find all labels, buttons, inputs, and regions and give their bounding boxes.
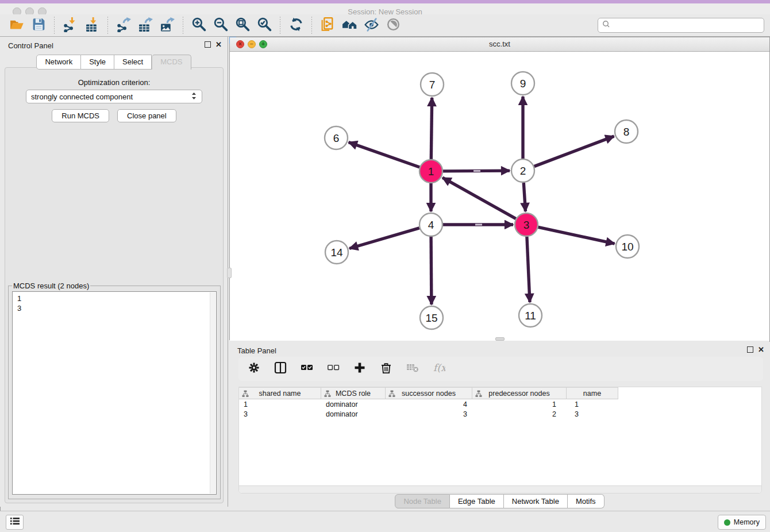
function-builder-icon: f(x) bbox=[433, 361, 445, 376]
tab-node-table[interactable]: Node Table bbox=[395, 494, 450, 508]
mcds-result-area[interactable]: 1 3 bbox=[12, 291, 217, 495]
optimization-criterion-label: Optimization criterion: bbox=[5, 78, 223, 87]
close-panel-icon[interactable]: ✕ bbox=[215, 41, 222, 48]
run-mcds-button[interactable]: Run MCDS bbox=[52, 109, 109, 122]
table-cell[interactable]: 1 bbox=[567, 399, 618, 409]
hide-selected-button[interactable] bbox=[360, 16, 382, 34]
graph-edge-1-7[interactable] bbox=[431, 98, 432, 159]
table-settings-gear-button[interactable] bbox=[247, 361, 261, 376]
toggle-column-panel-button[interactable] bbox=[273, 361, 288, 376]
close-table-panel-icon[interactable]: ✕ bbox=[758, 346, 764, 353]
graph-edge-3-11[interactable] bbox=[527, 237, 530, 302]
export-image-button[interactable] bbox=[156, 16, 178, 34]
column-header-shared-name[interactable]: shared name bbox=[239, 387, 321, 399]
graph-edge-4-15[interactable] bbox=[431, 237, 432, 304]
column-header-successor-nodes[interactable]: successor nodes bbox=[386, 387, 472, 399]
network-view-window: × − + scc.txt 1 2 3 4 6 7 8 9 10 11 bbox=[229, 37, 770, 340]
graph-edge-1-6[interactable] bbox=[349, 142, 420, 167]
table-cell[interactable]: 2 bbox=[472, 409, 567, 419]
graph-node-10[interactable]: 10 bbox=[616, 235, 639, 258]
control-panel-tabs: NetworkStyleSelectMCDS bbox=[0, 55, 228, 70]
table-cell[interactable]: 4 bbox=[386, 399, 472, 409]
tab-network[interactable]: Network bbox=[36, 55, 81, 70]
memory-button[interactable]: Memory bbox=[718, 515, 766, 530]
zoom-fit-button[interactable] bbox=[232, 16, 253, 34]
select-all-checkboxes-button[interactable] bbox=[299, 361, 314, 376]
table-cell[interactable]: 3 bbox=[567, 409, 618, 419]
network-window-titlebar[interactable]: × − + scc.txt bbox=[230, 37, 769, 52]
clear-all-checkboxes-button[interactable] bbox=[326, 361, 341, 376]
graph-edge-3-10[interactable] bbox=[538, 227, 615, 244]
graph-node-11[interactable]: 11 bbox=[519, 304, 542, 327]
graph-edge-2-3[interactable] bbox=[523, 183, 525, 211]
table-cell[interactable]: 1 bbox=[472, 399, 567, 409]
graph-node-14[interactable]: 14 bbox=[325, 241, 348, 264]
import-network-button[interactable] bbox=[59, 16, 81, 34]
refresh-network-button[interactable] bbox=[285, 16, 307, 34]
save-session-button[interactable] bbox=[28, 16, 49, 34]
graph-node-3[interactable]: 3 bbox=[515, 213, 538, 236]
column-label: name bbox=[583, 390, 601, 398]
graph-node-8[interactable]: 8 bbox=[615, 120, 638, 143]
delete-column-button[interactable] bbox=[379, 361, 394, 376]
open-session-button[interactable] bbox=[6, 16, 28, 34]
graph-edge-2-8[interactable] bbox=[534, 136, 614, 167]
float-table-panel-icon[interactable] bbox=[747, 346, 753, 353]
table-cell[interactable]: dominator bbox=[321, 399, 386, 409]
result-scrollbar[interactable] bbox=[210, 292, 215, 494]
graph-node-6[interactable]: 6 bbox=[325, 126, 348, 149]
tab-network-table[interactable]: Network Table bbox=[504, 494, 568, 508]
column-header-name[interactable]: name bbox=[567, 387, 618, 399]
zoom-in-button[interactable] bbox=[188, 16, 210, 34]
network-splitter-grip[interactable] bbox=[495, 337, 505, 341]
mcds-result-title: MCDS result (2 nodes) bbox=[12, 282, 90, 290]
panel-splitter-grip[interactable] bbox=[227, 268, 232, 278]
column-type-icon bbox=[242, 390, 249, 399]
column-header-predecessor-nodes[interactable]: predecessor nodes bbox=[472, 387, 567, 399]
column-header-MCDS-role[interactable]: MCDS role bbox=[321, 387, 386, 399]
tab-style[interactable]: Style bbox=[81, 55, 114, 70]
status-bar: Memory bbox=[0, 511, 770, 532]
graph-node-15[interactable]: 15 bbox=[420, 306, 443, 329]
add-column-button[interactable] bbox=[352, 361, 367, 376]
show-graphics-details-button[interactable] bbox=[382, 16, 404, 34]
new-network-from-selection-button[interactable] bbox=[317, 16, 338, 34]
first-neighbors-button[interactable] bbox=[338, 16, 360, 34]
graph-edge-4-14[interactable] bbox=[349, 228, 419, 249]
tab-mcds[interactable]: MCDS bbox=[152, 55, 191, 70]
criterion-select[interactable]: strongly connected component bbox=[26, 90, 202, 103]
table-cell[interactable]: 3 bbox=[239, 409, 321, 419]
export-network-button[interactable] bbox=[113, 16, 134, 34]
close-panel-button[interactable]: Close panel bbox=[117, 109, 176, 122]
save-session-icon bbox=[31, 17, 47, 34]
table-row[interactable]: 1dominator411 bbox=[239, 399, 761, 409]
tab-motifs[interactable]: Motifs bbox=[568, 494, 605, 508]
table-cell[interactable]: 1 bbox=[239, 399, 321, 409]
tab-select[interactable]: Select bbox=[114, 55, 152, 70]
table-horizontal-scrollbar[interactable] bbox=[239, 485, 761, 493]
zoom-selected-button[interactable] bbox=[253, 16, 275, 34]
node-label: 15 bbox=[425, 312, 437, 324]
graph-node-2[interactable]: 2 bbox=[511, 159, 534, 182]
node-label: 8 bbox=[623, 126, 630, 138]
graph-node-4[interactable]: 4 bbox=[419, 213, 442, 236]
search-box[interactable] bbox=[598, 18, 764, 33]
export-table-button[interactable] bbox=[134, 16, 156, 34]
table-cell[interactable]: 3 bbox=[386, 409, 472, 419]
table-cell[interactable]: dominator bbox=[321, 409, 386, 419]
table-panel-title: Table Panel bbox=[237, 346, 276, 355]
table-row[interactable]: 3dominator323 bbox=[239, 409, 761, 419]
search-input[interactable] bbox=[611, 19, 764, 32]
import-table-button[interactable] bbox=[81, 16, 103, 34]
task-history-button[interactable] bbox=[6, 515, 24, 530]
graph-node-7[interactable]: 7 bbox=[421, 73, 444, 96]
graph-node-9[interactable]: 9 bbox=[511, 72, 534, 95]
tab-edge-table[interactable]: Edge Table bbox=[450, 494, 504, 508]
network-canvas[interactable]: 1 2 3 4 6 7 8 9 10 11 14 15 bbox=[230, 52, 769, 341]
select-all-checkboxes-icon bbox=[301, 361, 313, 376]
graph-node-1[interactable]: 1 bbox=[419, 160, 442, 183]
graph-edge-3-1[interactable] bbox=[442, 178, 516, 219]
zoom-out-button[interactable] bbox=[210, 16, 232, 34]
float-panel-icon[interactable] bbox=[205, 41, 211, 48]
cytoscape-window: { "app": { "title": "Session: New Sessio… bbox=[0, 0, 770, 532]
